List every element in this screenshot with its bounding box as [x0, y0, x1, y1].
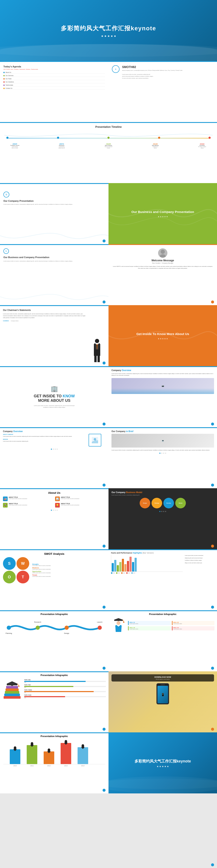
- svg-point-1: [160, 254, 166, 258]
- company-white-slide: N Our Business and Company Presentation …: [0, 244, 108, 305]
- svg-text:Research: Research: [34, 621, 41, 623]
- biz-circles: Design Strategy Develop Market: [112, 498, 214, 508]
- facts-content: 2010 2011 2012 2013 2014 Lorem ipsum dol…: [111, 555, 214, 574]
- infographic-books-title: Presentation Infographic: [3, 674, 106, 676]
- slide-logo: N: [3, 192, 9, 197]
- svg-line-17: [123, 620, 124, 622]
- chairman-title: Our Chairman's Statements: [3, 309, 87, 311]
- last-cover-slide: 多彩简约风大气工作汇报keynote: [108, 733, 217, 794]
- infographic-ribbon-slide: Presentation Infographic Planning Resear…: [0, 610, 108, 671]
- infographic-people-chart: 2010 2011 2012 2013 2014: [3, 739, 106, 766]
- swot-content: S W O T Strengths Lorem ipsum dolor sit …: [3, 557, 105, 583]
- company-logo: S: [112, 65, 120, 73]
- our-company-desc: Lorem ipsum dolor sit amet, consectetur …: [3, 204, 105, 205]
- infographic-person-content: SKILL 01 Lorem ipsum dolor SKILL 02 Lore…: [111, 617, 214, 634]
- svg-text:Launch: Launch: [97, 621, 102, 623]
- svg-rect-20: [4, 696, 21, 699]
- svg-point-8: [36, 626, 40, 630]
- chairman-slide: Our Chairman's Statements Lorem ipsum do…: [0, 305, 108, 366]
- orange-section-slide: Get Inside To Know More About Us: [108, 305, 217, 366]
- get-inside-body: Lorem ipsum dolor sit amet, consectetur …: [33, 405, 75, 408]
- corner-dot: ·: [102, 789, 105, 792]
- agenda-items: About Us Our Services Our Team Our Solut…: [3, 71, 105, 90]
- last-cover-title: 多彩简约风大气工作汇报keynote: [134, 758, 191, 764]
- corner-dot: ·: [211, 423, 214, 426]
- smoth-slide: S SMOTH82 www.company.com | contact@comp…: [108, 61, 217, 122]
- timeline-title: Presentation Timeline: [0, 123, 217, 131]
- svg-rect-30: [27, 745, 37, 764]
- svg-line-27: [18, 684, 19, 686]
- infographic-books-content: TOPIC ONE 75% TOPIC TWO 60%: [3, 678, 106, 699]
- infographic-ribbon-title: Presentation Infographic: [3, 613, 106, 615]
- biz-title: Our Company Business Model: [112, 491, 214, 494]
- svg-point-9: [65, 626, 69, 630]
- overview-image-placeholder: [89, 434, 101, 446]
- our-company-presentation-slide: N Our Company Presentation Lorem ipsum d…: [0, 183, 108, 244]
- svg-rect-29: [10, 749, 20, 764]
- corner-dot: ·: [102, 728, 105, 731]
- list-item: Testimonials: [3, 84, 105, 87]
- swot-w: W: [17, 557, 29, 570]
- svg-point-7: [7, 626, 11, 630]
- infographic-person-slide: Presentation Infographic: [108, 610, 217, 671]
- company-overview-left-slide: Company Overview ABOUT COMPANY Lorem ips…: [0, 427, 108, 488]
- building-icon: 🏢: [51, 385, 58, 392]
- svg-point-2: [95, 339, 99, 343]
- company-title: Our Business and Company Presentation: [3, 256, 105, 258]
- get-inside-text: GET INSIDE TO KNOWMORE ABOUT US: [34, 394, 75, 403]
- list-item: 📊 ABOUT TITLE Lorem ipsum dolor sit amet…: [55, 497, 105, 501]
- list-item: Contact Us: [3, 87, 105, 90]
- svg-point-19: [117, 621, 120, 625]
- svg-text:2011: 2011: [30, 765, 34, 766]
- overview-body: Lorem ipsum dolor sit amet, consectetur …: [112, 373, 214, 376]
- company-overview-right-slide: Company Overview Lorem ipsum dolor sit a…: [108, 366, 217, 427]
- svg-text:2010: 2010: [13, 765, 17, 766]
- corner-dot: ·: [211, 667, 214, 670]
- corner-dot: ·: [211, 545, 214, 548]
- list-item: Our Services: [3, 74, 105, 77]
- svg-rect-23: [5, 688, 19, 691]
- infographic-people-title: Presentation Infographic: [3, 735, 106, 738]
- overview-left-title: Company Overview: [3, 430, 105, 433]
- biz-body: Lorem ipsum dolor sit amet, consectetur …: [112, 494, 214, 496]
- overview-image: 📷: [112, 378, 214, 394]
- agenda-title: Today's Agenda: [3, 65, 105, 68]
- about-items: 🏭 ABOUT TITLE Lorem ipsum dolor sit amet…: [3, 497, 105, 507]
- swot-slide: SWOT Analysis S W O T Strengths Lorem ip…: [0, 549, 108, 610]
- cover-dots: [101, 35, 116, 37]
- company-brief-slide: Our Company in Brief 💻 Lorem ipsum dolor…: [108, 427, 217, 488]
- svg-text:Planning: Planning: [5, 632, 12, 634]
- svg-point-18: [123, 622, 124, 623]
- svg-point-28: [18, 686, 20, 687]
- company-info: SMOTH82 www.company.com | contact@compan…: [122, 65, 214, 79]
- last-cover-dots: [157, 766, 168, 767]
- about-us-slide: About Us 🏭 ABOUT TITLE Lorem ipsum dolor…: [0, 488, 108, 549]
- svg-rect-22: [5, 691, 19, 693]
- svg-text:Design: Design: [64, 632, 69, 634]
- timeline-slide: Presentation Timeline 2002/9: [0, 122, 217, 183]
- svg-rect-31: [44, 751, 54, 764]
- list-item: Our Team: [3, 78, 105, 80]
- svg-point-0: [161, 250, 165, 254]
- welcome-message: Lorem SMOTH, sed do eiusmod tempor incid…: [112, 266, 214, 269]
- chairman-text: Our Chairman's Statements Lorem ipsum do…: [3, 309, 87, 363]
- svg-text:2013: 2013: [64, 765, 68, 766]
- corner-dot: ·: [211, 301, 214, 304]
- svg-rect-24: [6, 686, 18, 688]
- corner-dot: ·: [102, 423, 105, 426]
- company-name: SMOTH82: [122, 65, 214, 69]
- company-desc: Lorem ipsum dolor sit amet, consectetur …: [3, 260, 105, 262]
- list-item: 🚀 ABOUT TITLE Lorem ipsum dolor sit amet…: [3, 503, 53, 507]
- list-item: 🏭 ABOUT TITLE Lorem ipsum dolor sit amet…: [3, 497, 53, 501]
- swot-t: T: [17, 571, 29, 583]
- agenda-subtitle: SECTIONS: Intro, Timeline, Teamwork, Sol…: [3, 69, 105, 70]
- cover-slide: 多彩简约风大气工作汇报keynote: [0, 0, 217, 61]
- green-section-slide: Our Business and Company Presentation: [108, 183, 217, 244]
- svg-text:2012: 2012: [47, 765, 51, 766]
- swot-grid: S W O T: [3, 557, 29, 583]
- brief-image: 💻: [112, 434, 214, 447]
- swot-s: S: [3, 557, 16, 570]
- welcome-slide: Welcome Message New Vocation · Company M…: [108, 244, 217, 305]
- biz-model-slide: Our Company Business Model Lorem ipsum d…: [108, 488, 217, 549]
- get-inside-slide: 🏢 GET INSIDE TO KNOWMORE ABOUT US Lorem …: [0, 366, 108, 427]
